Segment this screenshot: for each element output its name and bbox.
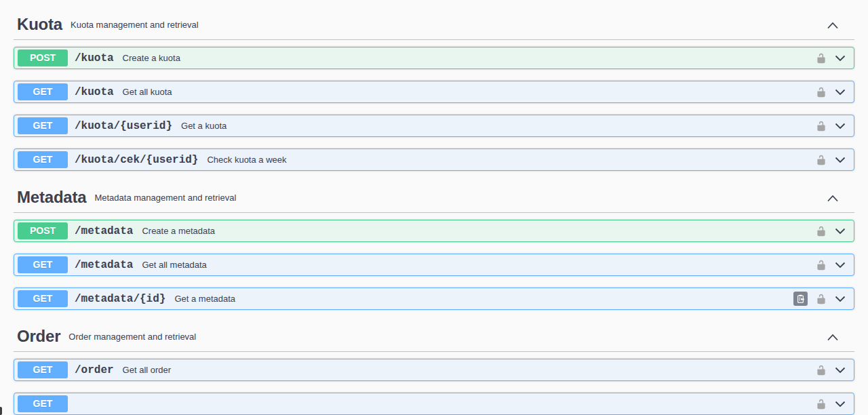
operations-list: POST /kuota Create a kuota GET /kuota Ge… <box>14 40 854 171</box>
operation-controls <box>793 292 846 306</box>
chevron-up-icon <box>827 193 839 202</box>
swagger-endpoints-page: Kuota Kuota management and retrieval POS… <box>0 0 868 415</box>
method-badge: GET <box>18 361 68 378</box>
section-description: Kuota management and retrieval <box>71 20 199 30</box>
endpoint-summary: Get all metadata <box>142 260 206 270</box>
method-badge: GET <box>18 83 68 100</box>
unlocked-padlock-icon <box>816 226 827 237</box>
endpoint-summary: Get a metadata <box>174 294 235 304</box>
operation-row[interactable]: POST /kuota Create a kuota <box>14 47 854 69</box>
unlocked-padlock-icon <box>816 260 827 271</box>
chevron-down-icon[interactable] <box>835 123 846 130</box>
clipboard-copy-button[interactable] <box>793 292 808 306</box>
auth-lock-button[interactable] <box>816 365 827 376</box>
auth-lock-button[interactable] <box>816 121 827 132</box>
operation-controls <box>808 87 846 98</box>
api-sections: Kuota Kuota management and retrieval POS… <box>14 9 854 415</box>
operation-row[interactable]: GET /order Get all order <box>14 359 854 381</box>
section-collapse-button[interactable] <box>825 19 840 31</box>
endpoint-summary: Get a kuota <box>181 121 226 131</box>
chevron-down-icon[interactable] <box>835 228 846 235</box>
operation-controls <box>808 226 846 237</box>
endpoint-summary: Get all order <box>123 365 172 375</box>
operation-controls <box>808 399 846 410</box>
auth-lock-button[interactable] <box>816 294 827 304</box>
auth-lock-button[interactable] <box>816 155 827 165</box>
api-section: Metadata Metadata management and retriev… <box>14 182 854 310</box>
method-badge: POST <box>18 50 68 66</box>
chevron-up-icon <box>827 332 839 341</box>
method-badge: GET <box>18 290 68 307</box>
unlocked-padlock-icon <box>816 294 827 304</box>
operation-controls <box>808 53 846 64</box>
section-collapse-button[interactable] <box>825 192 840 203</box>
unlocked-padlock-icon <box>816 87 827 98</box>
operation-row[interactable]: GET <box>14 393 854 415</box>
section-title: Kuota <box>17 15 62 34</box>
screen-edge-artifact <box>0 407 2 415</box>
chevron-up-icon <box>827 20 839 29</box>
unlocked-padlock-icon <box>816 365 827 376</box>
auth-lock-button[interactable] <box>816 226 827 237</box>
clipboard-copy-icon <box>796 294 805 303</box>
chevron-down-icon[interactable] <box>835 157 846 163</box>
auth-lock-button[interactable] <box>816 399 827 410</box>
method-badge: POST <box>18 222 68 239</box>
unlocked-padlock-icon <box>816 53 827 64</box>
endpoint-path: /kuota <box>75 86 114 98</box>
endpoint-summary: Create a kuota <box>123 53 180 63</box>
chevron-down-icon[interactable] <box>835 296 846 302</box>
unlocked-padlock-icon <box>816 399 827 410</box>
api-section: Kuota Kuota management and retrieval POS… <box>14 9 854 171</box>
chevron-down-icon[interactable] <box>835 262 846 269</box>
operation-controls <box>808 155 846 165</box>
operation-row[interactable]: GET /kuota/{userid} Get a kuota <box>14 115 854 137</box>
api-section: Order Order management and retrieval GET… <box>14 321 854 415</box>
endpoint-path: /metadata <box>75 259 133 271</box>
endpoint-path: /order <box>75 364 114 376</box>
auth-lock-button[interactable] <box>816 53 827 64</box>
endpoint-path: /kuota <box>75 52 114 64</box>
endpoint-summary: Get all kuota <box>123 87 172 97</box>
operations-list: GET /order Get all order GET <box>14 352 854 415</box>
section-collapse-button[interactable] <box>825 331 840 342</box>
operation-controls <box>808 260 846 271</box>
operation-row[interactable]: GET /kuota Get all kuota <box>14 81 854 103</box>
section-header[interactable]: Kuota Kuota management and retrieval <box>14 9 854 40</box>
operation-controls <box>808 121 846 132</box>
chevron-down-icon[interactable] <box>835 89 846 96</box>
chevron-down-icon[interactable] <box>835 55 846 62</box>
chevron-down-icon[interactable] <box>835 367 846 374</box>
auth-lock-button[interactable] <box>816 87 827 98</box>
method-badge: GET <box>18 395 68 412</box>
auth-lock-button[interactable] <box>816 260 827 271</box>
operations-list: POST /metadata Create a metadata GET /me… <box>14 213 854 310</box>
section-header[interactable]: Order Order management and retrieval <box>14 321 854 352</box>
method-badge: GET <box>18 117 68 134</box>
endpoint-path: /metadata <box>75 225 133 237</box>
endpoint-path: /kuota/cek/{userid} <box>75 154 198 166</box>
operation-row[interactable]: GET /metadata Get all metadata <box>14 254 854 276</box>
section-title: Metadata <box>17 188 86 207</box>
endpoint-path: /kuota/{userid} <box>75 120 172 132</box>
operation-row[interactable]: POST /metadata Create a metadata <box>14 220 854 242</box>
section-description: Metadata management and retrieval <box>94 193 236 203</box>
unlocked-padlock-icon <box>816 121 827 132</box>
method-badge: GET <box>18 151 68 168</box>
endpoint-summary: Check kuota a week <box>207 155 286 165</box>
method-badge: GET <box>18 256 68 273</box>
endpoint-summary: Create a metadata <box>142 226 215 236</box>
section-title: Order <box>17 327 60 346</box>
operation-row[interactable]: GET /metadata/{id} Get a metadata <box>14 288 854 310</box>
operation-controls <box>808 365 846 376</box>
operation-row[interactable]: GET /kuota/cek/{userid} Check kuota a we… <box>14 149 854 171</box>
unlocked-padlock-icon <box>816 155 827 165</box>
section-description: Order management and retrieval <box>68 332 196 342</box>
endpoint-path: /metadata/{id} <box>75 293 165 305</box>
section-header[interactable]: Metadata Metadata management and retriev… <box>14 182 854 213</box>
chevron-down-icon[interactable] <box>835 401 846 408</box>
